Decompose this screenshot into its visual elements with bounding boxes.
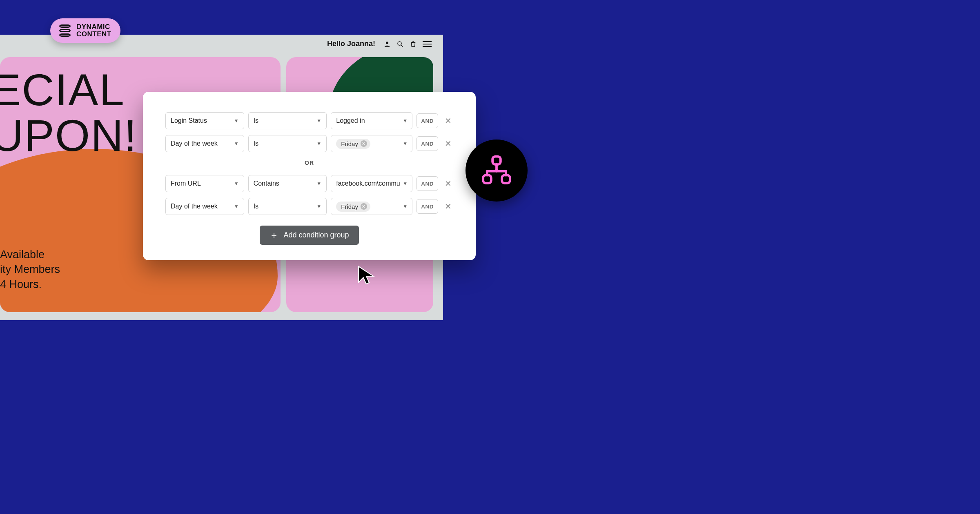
condition-row: Day of the week▼ Is▼ Friday ✕ ▼ AND ✕ — [165, 198, 453, 215]
hero-subtext: Available ity Members 4 Hours. — [0, 247, 60, 292]
hero-title-line2: UPON! — [0, 113, 137, 158]
chip-remove-icon[interactable]: ✕ — [361, 203, 367, 210]
sitemap-icon — [480, 154, 513, 187]
add-condition-group-button[interactable]: ＋ Add condition group — [260, 226, 359, 245]
svg-rect-3 — [492, 157, 501, 165]
chip-remove-icon[interactable]: ✕ — [361, 140, 367, 147]
remove-row-icon[interactable]: ✕ — [443, 114, 453, 127]
condition-row: Login Status▼ Is▼ Logged in ▼ AND ✕ — [165, 112, 453, 129]
chevron-down-icon: ▼ — [234, 141, 239, 146]
chain-and-button[interactable]: AND — [416, 176, 438, 191]
hamburger-menu-icon[interactable] — [423, 41, 432, 47]
badge-text: DYNAMICCONTENT — [76, 23, 111, 38]
svg-line-2 — [401, 45, 403, 47]
value-select[interactable]: Friday ✕ — [331, 135, 412, 152]
field-select[interactable]: Login Status▼ — [165, 112, 244, 129]
cursor-icon — [356, 264, 378, 286]
search-icon[interactable] — [396, 40, 404, 48]
condition-row: Day of the week▼ Is▼ Friday ✕ ▼ AND ✕ — [165, 135, 453, 152]
chevron-down-icon: ▼ — [316, 204, 321, 209]
user-icon[interactable] — [383, 40, 391, 48]
field-select[interactable]: Day of the week▼ — [165, 198, 244, 215]
chevron-down-icon: ▼ — [316, 141, 321, 146]
remove-row-icon[interactable]: ✕ — [443, 177, 453, 190]
value-chip[interactable]: Friday ✕ — [336, 139, 370, 149]
operator-select[interactable]: Is▼ — [248, 135, 327, 152]
operator-select[interactable]: Is▼ — [248, 198, 327, 215]
chevron-down-icon: ▼ — [316, 181, 321, 186]
chain-and-button[interactable]: AND — [416, 199, 438, 214]
chevron-down-icon: ▼ — [234, 181, 239, 186]
value-input[interactable]: facebook.com\commu — [331, 175, 412, 192]
chevron-down-icon: ▼ — [316, 118, 321, 124]
field-select[interactable]: Day of the week▼ — [165, 135, 244, 152]
conditions-modal: Login Status▼ Is▼ Logged in ▼ AND ✕ Day … — [143, 92, 476, 260]
value-chip[interactable]: Friday ✕ — [336, 202, 370, 212]
chain-and-button[interactable]: AND — [416, 136, 438, 151]
chevron-down-icon: ▼ — [234, 204, 239, 209]
condition-row: From URL▼ Contains▼ facebook.com\commu ▼… — [165, 175, 453, 192]
chain-and-button[interactable]: AND — [416, 113, 438, 128]
remove-row-icon[interactable]: ✕ — [443, 137, 453, 150]
svg-point-1 — [398, 42, 401, 45]
value-select[interactable]: Friday ✕ — [331, 198, 412, 215]
value-select[interactable]: Logged in — [331, 112, 412, 129]
chevron-down-icon: ▼ — [234, 118, 239, 124]
or-label: OR — [305, 160, 314, 166]
hero-title: ECIAL UPON! — [0, 67, 137, 158]
or-separator: OR — [165, 160, 453, 166]
dynamic-content-badge: DYNAMICCONTENT — [50, 18, 120, 43]
svg-rect-4 — [483, 175, 491, 183]
svg-rect-5 — [502, 175, 510, 183]
site-topbar: Hello Joanna! — [327, 40, 432, 48]
hero-title-line1: ECIAL — [0, 67, 137, 113]
bag-icon[interactable] — [410, 40, 417, 48]
add-group-container: ＋ Add condition group — [165, 226, 453, 245]
operator-select[interactable]: Is▼ — [248, 112, 327, 129]
greeting-text: Hello Joanna! — [327, 40, 375, 48]
sitemap-badge — [466, 140, 528, 202]
svg-point-0 — [386, 42, 388, 44]
remove-row-icon[interactable]: ✕ — [443, 200, 453, 213]
field-select[interactable]: From URL▼ — [165, 175, 244, 192]
database-icon — [59, 24, 71, 37]
operator-select[interactable]: Contains▼ — [248, 175, 327, 192]
